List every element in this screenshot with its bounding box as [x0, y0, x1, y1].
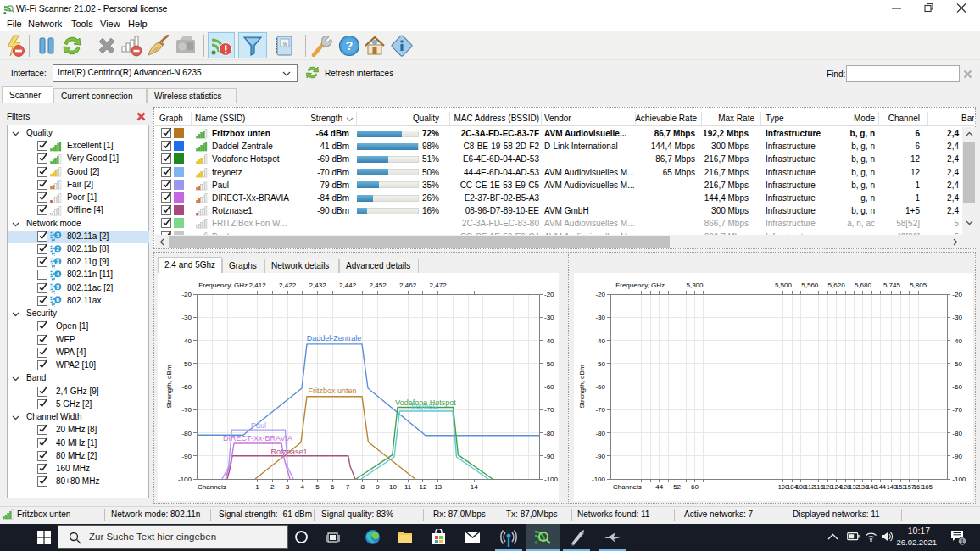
svg-text:2,422: 2,422	[279, 281, 297, 289]
svg-text:3: 3	[56, 258, 59, 264]
svg-text:-100: -100	[952, 476, 966, 483]
svg-text:-100: -100	[544, 476, 559, 483]
svg-text:7: 7	[346, 483, 350, 491]
svg-text:3: 3	[56, 232, 59, 238]
svg-text:14: 14	[471, 483, 478, 491]
svg-text:-70: -70	[544, 406, 554, 414]
svg-text:Paul: Paul	[251, 421, 266, 430]
svg-text:6: 6	[331, 483, 335, 491]
svg-text:Rotznase1: Rotznase1	[270, 448, 307, 456]
svg-text:-60: -60	[595, 383, 605, 391]
svg-text:-80: -80	[595, 430, 605, 437]
svg-text:-100: -100	[178, 476, 192, 483]
svg-text:4: 4	[56, 271, 59, 277]
svg-text:Channels: Channels	[613, 483, 642, 491]
svg-text:2: 2	[56, 245, 59, 251]
svg-text:-70: -70	[595, 406, 605, 414]
svg-text:2,452: 2,452	[370, 281, 387, 289]
svg-text:Frequency, GHz: Frequency, GHz	[615, 281, 665, 289]
svg-text:5,560: 5,560	[801, 281, 819, 289]
svg-text:DIRECT-Xx-BRAVIA: DIRECT-Xx-BRAVIA	[223, 434, 292, 442]
svg-text:-20: -20	[544, 291, 554, 298]
svg-text:-60: -60	[544, 383, 554, 391]
svg-text:144: 144	[876, 483, 887, 491]
svg-text:165: 165	[922, 483, 933, 491]
svg-text:-50: -50	[544, 360, 554, 368]
svg-text:10: 10	[389, 483, 397, 491]
svg-text:Channels: Channels	[198, 483, 226, 491]
svg-text:Frequency, GHz: Frequency, GHz	[198, 281, 248, 289]
svg-text:Strength, dBm: Strength, dBm	[578, 365, 586, 408]
svg-text:1: 1	[961, 537, 965, 546]
svg-text:-50: -50	[181, 360, 192, 368]
svg-text:-30: -30	[952, 314, 962, 321]
svg-text:5,300: 5,300	[686, 281, 704, 289]
svg-text:2,462: 2,462	[399, 281, 417, 289]
svg-text:2: 2	[270, 483, 275, 491]
svg-text:-60: -60	[952, 383, 962, 391]
svg-text:Fritzbox unten: Fritzbox unten	[308, 387, 356, 395]
svg-text:6: 6	[56, 297, 59, 303]
svg-text:-70: -70	[952, 406, 962, 414]
svg-text:2,442: 2,442	[339, 281, 357, 289]
svg-text:4: 4	[301, 483, 305, 491]
svg-text:44: 44	[655, 483, 663, 491]
svg-text:5,745: 5,745	[883, 281, 901, 289]
svg-text:-40: -40	[181, 337, 192, 345]
svg-text:9: 9	[376, 483, 380, 491]
svg-text:-90: -90	[181, 453, 192, 460]
svg-text:-70: -70	[181, 406, 192, 414]
svg-text:2,432: 2,432	[309, 281, 327, 289]
svg-text:-100: -100	[592, 476, 606, 483]
svg-text:-80: -80	[952, 430, 962, 437]
svg-text:5,620: 5,620	[828, 281, 846, 289]
svg-text:-90: -90	[952, 453, 962, 460]
svg-text:-30: -30	[544, 314, 554, 321]
svg-text:-20: -20	[181, 291, 192, 298]
svg-text:W: W	[283, 42, 287, 47]
svg-text:60: 60	[691, 483, 699, 491]
svg-text:5,680: 5,680	[855, 281, 872, 289]
svg-text:11: 11	[404, 483, 412, 491]
svg-text:8: 8	[361, 483, 365, 491]
svg-text:-50: -50	[595, 360, 605, 368]
svg-text:?: ?	[346, 39, 354, 53]
svg-text:Daddel-Zentrale: Daddel-Zentrale	[307, 334, 362, 342]
svg-text:-30: -30	[595, 314, 605, 321]
svg-text:-60: -60	[181, 383, 192, 391]
svg-text:5: 5	[315, 483, 320, 491]
svg-text:-40: -40	[952, 337, 962, 345]
svg-text:-80: -80	[544, 430, 554, 437]
svg-text:52: 52	[673, 483, 681, 491]
svg-text:-80: -80	[181, 430, 192, 437]
svg-text:-40: -40	[595, 337, 605, 345]
svg-text:-90: -90	[595, 453, 605, 460]
svg-text:2,412: 2,412	[249, 281, 267, 289]
svg-text:2,472: 2,472	[430, 281, 448, 289]
svg-text:-30: -30	[181, 314, 192, 321]
svg-text:-40: -40	[544, 337, 554, 345]
svg-text:5,500: 5,500	[775, 281, 793, 289]
svg-text:13: 13	[434, 483, 442, 491]
svg-text:3: 3	[286, 483, 290, 491]
svg-text:1: 1	[255, 483, 259, 491]
svg-text:-20: -20	[595, 291, 605, 298]
svg-text:5: 5	[56, 284, 59, 290]
svg-text:-50: -50	[952, 360, 962, 368]
svg-text:-90: -90	[544, 453, 554, 460]
svg-text:5,805: 5,805	[910, 281, 927, 289]
svg-text:Strength, dBm: Strength, dBm	[165, 365, 173, 408]
svg-text:-20: -20	[952, 291, 962, 298]
svg-text:12: 12	[419, 483, 426, 491]
svg-text:Vodafone Hotspot: Vodafone Hotspot	[395, 398, 456, 407]
